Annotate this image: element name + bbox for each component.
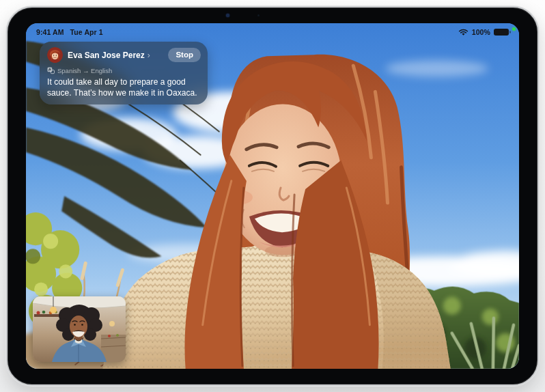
chevron-right-icon: › xyxy=(148,51,150,60)
translation-direction: Spanish → English xyxy=(47,67,201,74)
translate-icon xyxy=(47,67,55,74)
live-translation-banner[interactable]: Eva San Jose Perez› Stop Spanish → Engli… xyxy=(40,42,208,104)
facetime-screen[interactable]: 9:41 AM Tue Apr 1 100% xyxy=(26,23,519,369)
caller-avatar xyxy=(47,47,63,63)
wifi-icon xyxy=(458,29,469,36)
battery-icon xyxy=(494,29,509,36)
self-video xyxy=(33,296,126,362)
battery-percent: 100% xyxy=(472,28,490,36)
status-bar: 9:41 AM Tue Apr 1 100% xyxy=(26,23,519,40)
date: Tue Apr 1 xyxy=(70,28,103,36)
stop-translation-button[interactable]: Stop xyxy=(168,48,201,62)
photo-backdrop: 9:41 AM Tue Apr 1 100% xyxy=(0,0,545,392)
caller-name[interactable]: Eva San Jose Perez› xyxy=(68,51,163,60)
translation-language-label: Spanish → English xyxy=(57,67,112,74)
front-camera-sensor xyxy=(257,14,260,16)
memoji-icon xyxy=(47,47,63,63)
translated-message: It could take all day to prepare a good … xyxy=(47,76,201,98)
self-view-pip[interactable] xyxy=(33,296,126,362)
front-camera xyxy=(226,14,229,17)
ipad-device-frame: 9:41 AM Tue Apr 1 100% xyxy=(6,6,539,386)
clock: 9:41 AM xyxy=(36,28,64,36)
camera-active-indicator xyxy=(512,27,516,31)
